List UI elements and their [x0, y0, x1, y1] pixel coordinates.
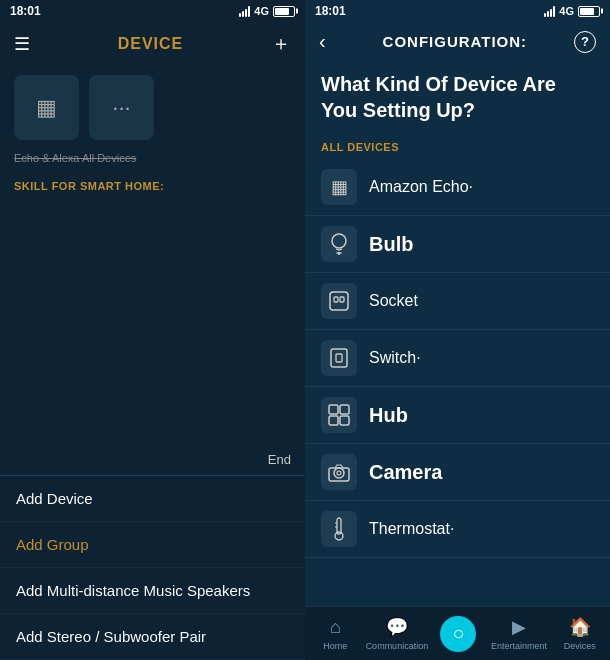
nav-communication[interactable]: 💬 Communication — [366, 616, 429, 651]
right-battery-icon — [578, 6, 600, 17]
right-panel: 18:01 4G ‹ CONFIGURATION: ? What Kind Of… — [305, 0, 610, 660]
svg-rect-4 — [334, 297, 338, 302]
svg-rect-3 — [330, 292, 348, 310]
setup-question: What Kind Of Device Are You Setting Up? — [305, 61, 610, 137]
bulb-icon — [321, 226, 357, 262]
configuration-title: CONFIGURATION: — [336, 33, 574, 50]
device-item-hub[interactable]: Hub — [305, 387, 610, 444]
devices-nav-label: Devices — [564, 641, 596, 651]
device-card-more[interactable]: ··· — [89, 75, 154, 140]
svg-rect-7 — [336, 354, 342, 362]
help-button[interactable]: ? — [574, 31, 596, 53]
alexa-circle: ○ — [440, 616, 476, 652]
bottom-nav: ⌂ Home 💬 Communication ○ ▶ Entertainment… — [305, 606, 610, 660]
hub-label: Hub — [369, 404, 408, 427]
device-item-camera[interactable]: Camera — [305, 444, 610, 501]
add-icon[interactable]: ＋ — [271, 30, 291, 57]
bulb-label: Bulb — [369, 233, 413, 256]
echo-icon: ▦ — [36, 95, 57, 121]
svg-rect-10 — [329, 416, 338, 425]
right-time: 18:01 — [315, 4, 346, 18]
right-network-label: 4G — [559, 5, 574, 17]
device-card-echo[interactable]: ▦ — [14, 75, 79, 140]
device-item-socket[interactable]: Socket — [305, 273, 610, 330]
amazon-echo-label: Amazon Echo· — [369, 178, 473, 196]
add-stereo-item[interactable]: Add Stereo / Subwoofer Pair — [0, 614, 305, 660]
device-item-amazon-echo[interactable]: ▦ Amazon Echo· — [305, 159, 610, 216]
device-grid: ▦ ··· — [0, 65, 305, 150]
svg-point-13 — [337, 471, 341, 475]
thermostat-icon — [321, 511, 357, 547]
device-item-thermostat[interactable]: Thermostat· — [305, 501, 610, 558]
right-status-bar: 18:01 4G — [305, 0, 610, 22]
svg-point-12 — [334, 468, 344, 478]
home-nav-label: Home — [323, 641, 347, 651]
svg-rect-8 — [329, 405, 338, 414]
right-status-right: 4G — [544, 5, 600, 17]
communication-nav-label: Communication — [366, 641, 429, 651]
switch-icon — [321, 340, 357, 376]
amazon-echo-icon: ▦ — [321, 169, 357, 205]
add-music-item[interactable]: Add Multi-distance Music Speakers — [0, 568, 305, 614]
device-item-bulb[interactable]: Bulb — [305, 216, 610, 273]
left-status-right: 4G — [239, 5, 295, 17]
left-header: ☰ DEVICE ＋ — [0, 22, 305, 65]
end-label: End — [268, 452, 291, 467]
battery-icon — [273, 6, 295, 17]
svg-rect-11 — [340, 416, 349, 425]
svg-point-16 — [335, 532, 343, 540]
socket-label: Socket — [369, 292, 418, 310]
switch-label: Switch· — [369, 349, 421, 367]
nav-entertainment[interactable]: ▶ Entertainment — [489, 616, 550, 651]
device-group-label: Echo & Alexa All Devices — [0, 150, 305, 174]
svg-rect-5 — [340, 297, 344, 302]
add-music-label: Add Multi-distance Music Speakers — [16, 582, 250, 599]
right-signal-icon — [544, 6, 555, 17]
more-icon: ··· — [112, 95, 130, 121]
camera-icon — [321, 454, 357, 490]
skill-section-label: SKILL FOR SMART HOME: — [0, 174, 305, 198]
svg-rect-9 — [340, 405, 349, 414]
svg-point-0 — [332, 234, 346, 248]
thermostat-label: Thermostat· — [369, 520, 454, 538]
add-device-label: Add Device — [16, 490, 93, 507]
end-button[interactable]: End — [0, 444, 305, 475]
all-devices-label: ALL DEVICES — [305, 137, 610, 159]
add-group-item[interactable]: Add Group — [0, 522, 305, 568]
device-item-switch[interactable]: Switch· — [305, 330, 610, 387]
add-group-label: Add Group — [16, 536, 89, 553]
left-panel: 18:01 4G ☰ DEVICE ＋ ▦ ··· Echo & Alexa A… — [0, 0, 305, 660]
hub-icon — [321, 397, 357, 433]
entertainment-icon: ▶ — [512, 616, 526, 638]
devices-nav-icon: 🏠 — [569, 616, 591, 638]
add-device-item[interactable]: Add Device — [0, 476, 305, 522]
right-header: ‹ CONFIGURATION: ? — [305, 22, 610, 61]
menu-icon[interactable]: ☰ — [14, 33, 30, 55]
camera-label: Camera — [369, 461, 442, 484]
add-stereo-label: Add Stereo / Subwoofer Pair — [16, 628, 206, 645]
communication-icon: 💬 — [386, 616, 408, 638]
entertainment-nav-label: Entertainment — [491, 641, 547, 651]
back-button[interactable]: ‹ — [319, 30, 326, 53]
nav-home[interactable]: ⌂ Home — [305, 617, 366, 651]
left-time: 18:01 — [10, 4, 41, 18]
home-icon: ⌂ — [330, 617, 341, 638]
network-label: 4G — [254, 5, 269, 17]
signal-icon — [239, 6, 250, 17]
nav-alexa[interactable]: ○ — [428, 616, 489, 652]
svg-rect-6 — [331, 349, 347, 367]
nav-devices[interactable]: 🏠 Devices — [549, 616, 610, 651]
alexa-icon: ○ — [452, 622, 464, 645]
socket-icon — [321, 283, 357, 319]
left-title: DEVICE — [30, 35, 271, 53]
left-status-bar: 18:01 4G — [0, 0, 305, 22]
device-list: ▦ Amazon Echo· Bulb — [305, 159, 610, 606]
